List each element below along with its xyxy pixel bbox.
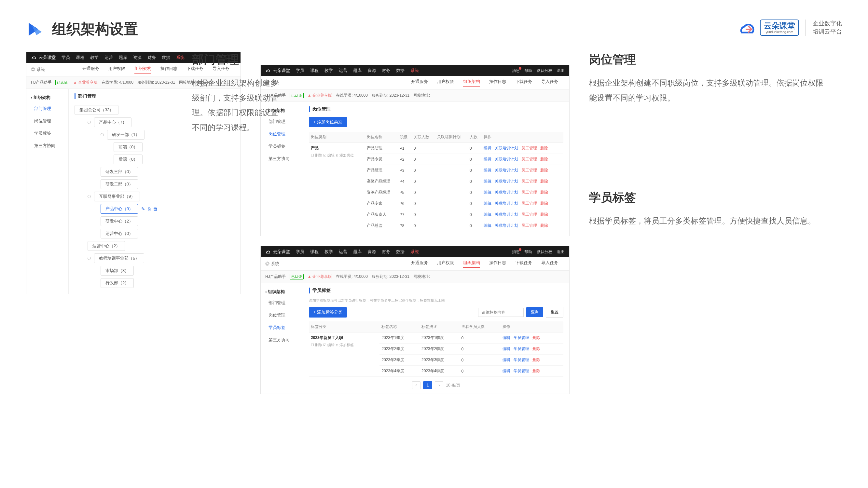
tree-node[interactable]: 市场部（3） [100,266,134,275]
nav-item[interactable]: 题库 [119,55,127,61]
sidebar-item[interactable]: 学员标签 [261,140,303,153]
nav-item[interactable]: 资源 [133,55,142,61]
subnav-item[interactable]: 导入任务 [541,79,558,87]
edit-icon[interactable]: ✎ [141,206,145,212]
op-link[interactable]: 学员管理 [514,358,529,362]
op-link[interactable]: 学员管理 [514,335,529,340]
op-link[interactable]: 员工管理 [521,146,537,150]
op-link[interactable]: 关联培训计划 [495,146,518,150]
op-link[interactable]: 删除 [540,190,548,195]
sidebar-item[interactable]: 岗位管理 [26,115,68,127]
sidebar-item[interactable]: 学员标签 [261,321,303,334]
op-link[interactable]: 删除 [532,358,540,362]
op-link[interactable]: 编辑 [502,358,510,362]
op-link[interactable]: 员工管理 [521,212,537,217]
nav-item[interactable]: 运营 [104,55,113,61]
nav-item[interactable]: 学员 [296,68,304,73]
op-link[interactable]: 编辑 [484,190,491,195]
top-right-item[interactable]: 帮助 [524,68,532,73]
subnav-item[interactable]: 下载任务 [515,79,532,87]
cat-acts[interactable]: ☐ 删除 ☑ 编辑 ⊕ 添加标签 [311,343,377,348]
op-link[interactable]: 编辑 [484,212,491,217]
op-link[interactable]: 关联培训计划 [495,157,518,161]
op-link[interactable]: 删除 [540,179,548,184]
subnav-item[interactable]: 下载任务 [515,260,532,268]
op-link[interactable]: 删除 [532,347,540,351]
subnav-item[interactable]: 用户权限 [108,66,125,73]
nav-item[interactable]: 资源 [367,249,376,255]
search-input[interactable] [478,308,524,317]
op-link[interactable]: 删除 [540,223,548,228]
tree-node[interactable]: 教师培训事业部（6） [94,254,144,263]
subnav-item[interactable]: 开通服务 [411,260,428,268]
op-link[interactable]: 删除 [540,212,548,217]
tree-node[interactable]: 研发中心（2） [100,216,138,226]
top-right-item[interactable]: 消息 [512,68,520,73]
tree-node[interactable]: 行政部（2） [100,278,134,288]
subnav-item[interactable]: 组织架构 [463,79,480,87]
nav-item[interactable]: 学员 [62,55,70,61]
tree-node[interactable]: 运营中心（0） [100,229,138,238]
cat-acts[interactable]: ☐ 删除 ☑ 编辑 ⊕ 添加岗位 [311,153,363,158]
nav-item[interactable]: 教学 [324,249,333,255]
op-link[interactable]: 编辑 [484,168,491,172]
subnav-item[interactable]: 操作日志 [489,260,506,268]
op-link[interactable]: 员工管理 [521,223,537,228]
op-link[interactable]: 编辑 [484,201,491,206]
top-right-item[interactable]: 消息 [512,249,520,255]
nav-item-hl[interactable]: 系统 [176,55,185,61]
op-link[interactable]: 编辑 [502,347,510,351]
add-position-cat-button[interactable]: + 添加岗位类别 [309,117,347,127]
tree-node[interactable]: 运营中心（2） [88,241,125,251]
subnav-item[interactable]: 组织架构 [463,260,480,268]
sidebar-item[interactable]: 第三方协同 [261,334,303,346]
tree-node[interactable]: 研发一部（1） [107,130,145,139]
nav-item[interactable]: 财务 [382,68,390,73]
op-link[interactable]: 编辑 [484,157,491,161]
op-link[interactable]: 删除 [540,146,548,150]
sidebar-item[interactable]: 第三方协同 [26,139,68,152]
nav-item[interactable]: 题库 [353,249,362,255]
op-link[interactable]: 学员管理 [514,347,529,351]
sidebar-item[interactable]: 岗位管理 [261,309,303,321]
op-link[interactable]: 删除 [540,201,548,206]
copy-icon[interactable]: ⎘ [148,206,150,212]
tree-node[interactable]: 研发二部（0） [100,179,138,189]
subnav-item[interactable]: 导入任务 [541,260,558,268]
op-link[interactable]: 员工管理 [521,157,537,161]
pager-cur[interactable]: 1 [423,381,433,389]
tree-node[interactable]: 产品中心（7） [94,118,131,127]
op-link[interactable]: 学员管理 [514,368,529,373]
nav-item[interactable]: 数据 [396,249,405,255]
op-link[interactable]: 关联培训计划 [495,190,518,195]
nav-item[interactable]: 运营 [339,249,347,255]
op-link[interactable]: 删除 [540,168,548,172]
op-link[interactable]: 关联培训计划 [495,201,518,206]
op-link[interactable]: 关联培训计划 [495,168,518,172]
pager-prev[interactable]: ‹ [412,381,421,389]
subnav-item[interactable]: 操作日志 [489,79,506,87]
op-link[interactable]: 员工管理 [521,190,537,195]
op-link[interactable]: 编辑 [502,368,510,373]
reset-button[interactable]: 重置 [546,307,563,318]
op-link[interactable]: 关联培训计划 [495,179,518,184]
subnav-item[interactable]: 开通服务 [82,66,99,73]
op-link[interactable]: 关联培训计划 [495,223,518,228]
tree-node[interactable]: 前端（0） [114,142,143,152]
tree-node[interactable]: 产品中心（9） [100,204,138,214]
delete-icon[interactable]: 🗑 [153,206,157,212]
subnav-item[interactable]: 开通服务 [411,79,428,87]
nav-item-hl[interactable]: 系统 [410,249,419,255]
nav-item[interactable]: 学员 [296,249,304,255]
top-right-item[interactable]: 默认分校 [537,68,552,73]
nav-item[interactable]: 教学 [90,55,99,61]
op-link[interactable]: 删除 [532,368,540,373]
nav-item[interactable]: 财务 [148,55,156,61]
top-right-item[interactable]: 退出 [557,68,565,73]
op-link[interactable]: 删除 [532,335,540,340]
nav-item[interactable]: 教学 [324,68,333,73]
op-link[interactable]: 员工管理 [521,201,537,206]
search-button[interactable]: 查询 [526,307,543,317]
op-link[interactable]: 编辑 [484,223,491,228]
nav-item[interactable]: 数据 [396,68,405,73]
